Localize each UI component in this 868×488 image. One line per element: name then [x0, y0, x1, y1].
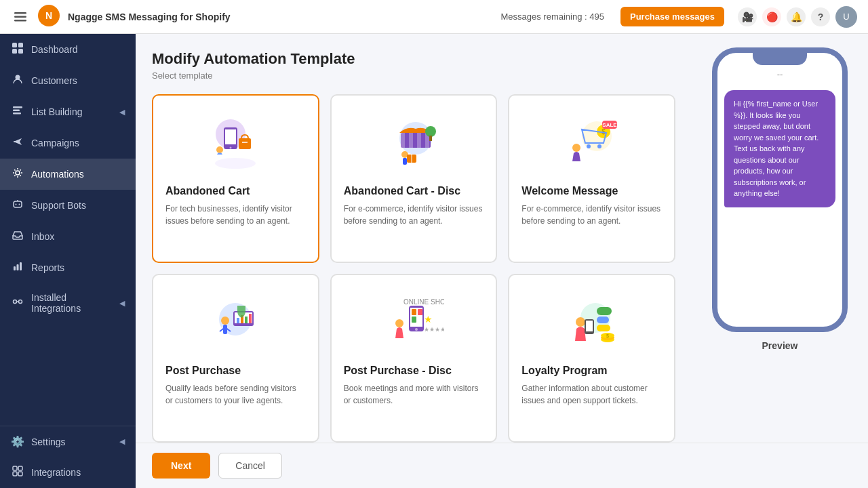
page-title: Modify Automation Template [152, 50, 675, 68]
svg-point-16 [16, 204, 17, 205]
template-card-post-purchase-disc[interactable]: ONLINE SHOPPING [330, 274, 498, 443]
sidebar-item-installed-integrations-label: Installed Integrations [31, 292, 113, 314]
sidebar-item-support-bots[interactable]: Support Bots [0, 190, 136, 221]
sidebar-item-inbox[interactable]: Inbox [0, 221, 136, 252]
sidebar-item-integrations[interactable]: Integrations [0, 457, 136, 488]
preview-panel: -- Hi {{% first_name or User %}}. It loo… [692, 34, 868, 443]
cancel-button[interactable]: Cancel [218, 453, 282, 479]
footer-bar: Next Cancel [136, 443, 868, 488]
svg-point-41 [425, 126, 436, 137]
record-icon[interactable]: 🔴 [762, 7, 781, 26]
phone-dashes: -- [717, 69, 842, 79]
abandoned-cart-disc-desc: For e-commerce, identify visitor issues … [344, 203, 484, 227]
svg-rect-1 [14, 16, 26, 18]
welcome-message-title: Welcome Message [521, 185, 618, 197]
svg-point-22 [19, 300, 22, 304]
sidebar-bottom: ⚙️ Settings ◀ Integrations [0, 426, 136, 488]
template-card-welcome-message[interactable]: $ SALE [508, 94, 675, 263]
svg-rect-24 [18, 466, 22, 470]
svg-text:★★★★: ★★★★ [424, 326, 444, 333]
svg-rect-5 [12, 43, 17, 47]
next-button[interactable]: Next [152, 453, 210, 479]
svg-rect-20 [20, 262, 22, 270]
svg-rect-71 [418, 309, 422, 315]
post-purchase-disc-illustration: ONLINE SHOPPING [344, 289, 484, 357]
main-area: Modify Automation Template Select templa… [136, 34, 868, 488]
messages-remaining: Messages remaining : 495 [500, 12, 604, 22]
sidebar-item-dashboard[interactable]: Dashboard [0, 34, 136, 65]
help-icon[interactable]: ? [811, 7, 830, 26]
topbar-action-icons: 🎥 🔴 🔔 ? U [738, 6, 857, 28]
abandoned-cart-title: Abandoned Cart [165, 185, 250, 197]
list-building-arrow: ◀ [119, 108, 125, 117]
user-avatar[interactable]: U [835, 6, 857, 28]
template-card-abandoned-cart[interactable]: Abandoned Cart For tech businesses, iden… [152, 94, 319, 263]
svg-rect-62 [237, 318, 239, 323]
abandoned-cart-disc-illustration [344, 109, 484, 177]
svg-rect-11 [13, 110, 20, 112]
content-area: Modify Automation Template Select templa… [136, 34, 692, 443]
svg-text:$: $ [606, 333, 609, 338]
sidebar-item-reports[interactable]: Reports [0, 252, 136, 283]
svg-rect-37 [401, 133, 405, 148]
svg-point-50 [587, 144, 591, 148]
svg-rect-44 [403, 158, 407, 165]
svg-rect-57 [223, 325, 227, 334]
template-grid: Abandoned Cart For tech businesses, iden… [152, 94, 675, 443]
sidebar-item-list-building-label: List Building [31, 106, 113, 117]
sidebar-item-installed-integrations[interactable]: Installed Integrations ◀ [0, 283, 136, 323]
video-icon[interactable]: 🎥 [738, 7, 757, 26]
svg-rect-38 [409, 133, 413, 148]
abandoned-cart-illustration [165, 109, 306, 177]
svg-rect-82 [597, 325, 610, 331]
list-building-icon [11, 105, 24, 119]
phone-mockup: -- Hi {{% first_name or User %}}. It loo… [712, 47, 848, 332]
customers-icon [11, 74, 24, 87]
topbar: N Ngagge SMS Messaging for Shopify Messa… [0, 0, 868, 34]
template-card-post-purchase[interactable]: Post Purchase Qualify leads before sendi… [152, 274, 319, 443]
reports-icon [11, 261, 24, 274]
svg-point-77 [576, 317, 585, 327]
svg-rect-64 [245, 317, 248, 323]
settings-arrow: ◀ [119, 437, 125, 446]
sidebar-item-list-building[interactable]: List Building ◀ [0, 96, 136, 127]
svg-rect-79 [586, 321, 593, 331]
svg-rect-2 [14, 20, 26, 22]
svg-rect-26 [18, 472, 22, 476]
sidebar-item-automations[interactable]: Automations [0, 159, 136, 190]
svg-rect-23 [13, 466, 17, 470]
sidebar-item-support-bots-label: Support Bots [31, 200, 125, 211]
post-purchase-illustration [165, 289, 306, 357]
preview-label: Preview [762, 340, 798, 351]
main-layout: Dashboard Customers List Building ◀ Camp… [0, 34, 868, 488]
post-purchase-disc-desc: Book meetings and more with visitors or … [344, 382, 484, 407]
sidebar-item-customers-label: Customers [31, 75, 125, 86]
integrations-icon [11, 466, 24, 479]
svg-point-69 [415, 328, 418, 331]
sidebar-item-customers[interactable]: Customers [0, 65, 136, 96]
installed-integrations-icon [11, 296, 24, 310]
menu-icon[interactable] [11, 7, 30, 26]
welcome-message-illustration: $ SALE [521, 109, 662, 177]
svg-rect-65 [249, 314, 252, 323]
svg-point-54 [572, 144, 580, 152]
preview-message-bubble: Hi {{% first_name or User %}}. It looks … [724, 90, 835, 207]
svg-rect-25 [13, 472, 17, 476]
notification-icon[interactable]: 🔔 [787, 7, 806, 26]
sidebar-item-campaigns-label: Campaigns [31, 138, 125, 148]
sidebar-item-campaigns[interactable]: Campaigns [0, 127, 136, 159]
sidebar-item-settings[interactable]: ⚙️ Settings ◀ [0, 426, 136, 457]
template-card-abandoned-cart-disc[interactable]: Abandoned Cart - Disc For e-commerce, id… [330, 94, 498, 263]
svg-rect-81 [597, 317, 609, 323]
template-card-loyalty-program[interactable]: $ Loyalty Program Gather information abo… [508, 274, 675, 443]
installed-integrations-arrow: ◀ [119, 299, 125, 308]
svg-rect-30 [225, 129, 236, 144]
sidebar-item-integrations-label: Integrations [31, 467, 125, 478]
automations-icon [11, 167, 24, 181]
svg-rect-7 [12, 49, 17, 54]
post-purchase-title: Post Purchase [165, 365, 241, 377]
svg-rect-15 [14, 201, 22, 207]
sidebar-item-inbox-label: Inbox [31, 231, 125, 242]
svg-rect-18 [14, 266, 16, 270]
purchase-messages-button[interactable]: Purchase messages [620, 7, 724, 26]
